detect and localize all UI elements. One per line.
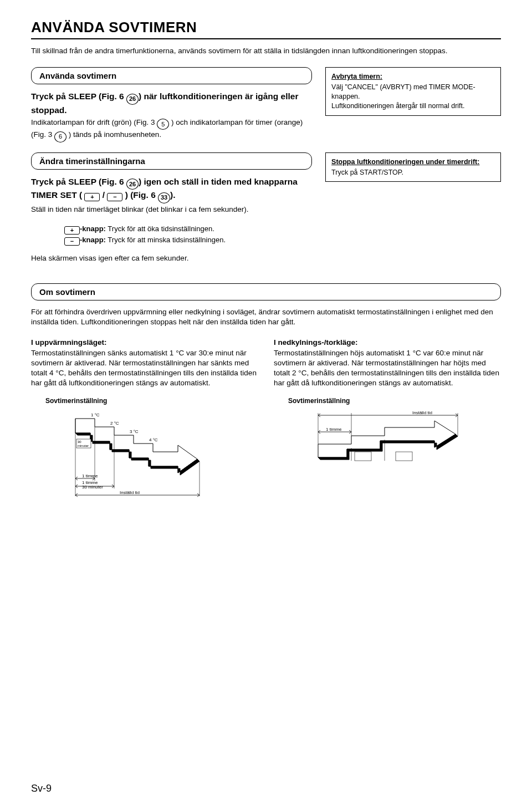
use-step-1-sub: Indikatorlampan för drift (grön) (Fig. 3…: [31, 118, 312, 142]
cooling-column: I nedkylnings-/torkläge: Termostatinstäl…: [274, 338, 501, 505]
page-title: ANVÄNDA SOVTIMERN: [31, 19, 501, 36]
cooling-diagram: 1 °C 2 °C: [307, 407, 462, 477]
change-step-2: Hela skärmen visas igen efter ca fem sek…: [31, 253, 312, 263]
d1-c4: 4 °C: [149, 437, 158, 442]
plus-button-icon: +: [84, 193, 100, 201]
use-step-1: Tryck på SLEEP (Fig. 6 26) när luftkondi…: [31, 91, 312, 116]
cooling-sov-label: Sovtimerinställning: [288, 396, 501, 405]
svg-rect-19: [355, 452, 371, 461]
ref-6-icon: 6: [54, 131, 66, 142]
box-cancel-line1: Välj "CANCEL" (AVBRYT) med TIMER MODE-kn…: [331, 83, 475, 100]
d1-c3: 3 °C: [130, 429, 139, 434]
ref-5-icon: 5: [157, 119, 169, 130]
heating-diagram: 1 °C 2 °C 3 °C 4 °C: [64, 407, 219, 505]
plus-knapp-def: +-knapp: Tryck för att öka tidsinställni…: [64, 223, 312, 246]
ref-26-icon: 26: [126, 94, 139, 105]
ref-26b-icon: 26: [126, 179, 139, 190]
pill-use-sovtimern: Använda sovtimern: [31, 67, 312, 84]
heating-title: I uppvärmningsläget:: [31, 338, 258, 348]
d1-c2: 2 °C: [110, 421, 119, 426]
plus-icon-2: +: [64, 226, 80, 235]
change-step-1: Tryck på SLEEP (Fig. 6 26) igen och stäl…: [31, 176, 312, 203]
heating-column: I uppvärmningsläget: Termostatinställnin…: [31, 338, 258, 505]
d1-c1: 1 °C: [91, 412, 100, 417]
box-stop-line1: Tryck på START/STOP.: [331, 169, 403, 176]
row-use-timer: Använda sovtimern Tryck på SLEEP (Fig. 6…: [31, 67, 501, 142]
heating-body: Termostatinställningen sänks automatiskt…: [31, 348, 258, 389]
d2-h1: 1 timme: [326, 427, 342, 432]
d1-h1: 1 timme: [82, 473, 98, 478]
box-cancel-line2: Luftkonditioneringen återgår till normal…: [331, 102, 464, 110]
t: -knapp:: [80, 236, 106, 244]
change-step-1-sub: Ställ in tiden när timerläget blinkar (d…: [31, 205, 312, 215]
svg-marker-10: [318, 421, 456, 457]
svg-marker-0: [75, 419, 197, 473]
box-stop-title: Stoppa luftkonditioneringen under timerd…: [331, 157, 495, 167]
box-cancel-timer: Avbryta timern: Välj "CANCEL" (AVBRYT) m…: [325, 67, 501, 116]
minus-icon-2: −: [64, 237, 80, 246]
mode-columns: I uppvärmningsläget: Termostatinställnin…: [31, 338, 501, 505]
t: Indikatorlampan för drift (grön) (Fig. 3: [31, 118, 157, 126]
t: ) (Fig. 6: [122, 190, 158, 200]
row-change-settings: Ändra timerinställningarna Tryck på SLEE…: [31, 152, 501, 263]
page-number: Sv-9: [31, 783, 52, 794]
svg-rect-20: [396, 452, 412, 461]
t: Tryck på SLEEP (Fig. 6: [31, 177, 126, 186]
om-body: För att förhindra överdriven uppvärmning…: [31, 307, 501, 327]
d1-30b: minuter: [78, 444, 89, 447]
ref-33-icon: 33: [158, 192, 170, 203]
box-cancel-title: Avbryta timern:: [331, 72, 495, 81]
t: -knapp:: [80, 225, 106, 233]
t: Tryck på SLEEP (Fig. 6: [31, 91, 126, 101]
pill-om-sovtimern: Om sovtimern: [31, 283, 501, 300]
d1-30a: 30: [78, 440, 81, 444]
t: Tryck för att minska tidsinställningen.: [108, 236, 226, 244]
intro-text: Till skillnad från de andra timerfunktio…: [31, 46, 501, 56]
t: ).: [170, 190, 175, 200]
t: /: [100, 190, 107, 200]
om-sovtimern-section: Om sovtimern För att förhindra överdrive…: [31, 283, 501, 505]
d1-inst: Inställd tid: [120, 490, 140, 495]
t: Tryck för att öka tidsinställningen.: [108, 225, 214, 233]
cooling-title: I nedkylnings-/torkläge:: [274, 338, 501, 348]
title-rule: [31, 38, 501, 39]
cooling-body: Termostatinställningen höjs automatiskt …: [274, 348, 501, 389]
minus-button-icon: −: [107, 193, 122, 201]
d1-h130b: 30 minuter: [82, 485, 103, 490]
d2-inst: Inställd tid: [412, 410, 432, 415]
pill-change-timer: Ändra timerinställningarna: [31, 152, 312, 170]
box-stop-timer: Stoppa luftkonditioneringen under timerd…: [325, 152, 501, 182]
heating-sov-label: Sovtimerinställning: [45, 396, 258, 405]
t: ) tänds på inomhusenheten.: [66, 130, 161, 139]
